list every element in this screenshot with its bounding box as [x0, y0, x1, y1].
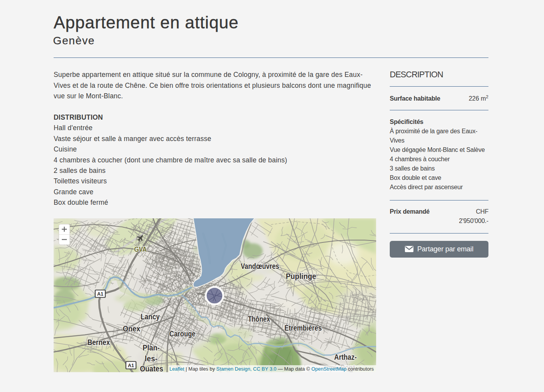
svg-text:Lancy: Lancy [141, 312, 160, 321]
svg-text:Plan-: Plan- [143, 343, 160, 352]
svg-text:Étrembières: Étrembières [284, 323, 322, 332]
svg-text:Vandœuvres: Vandœuvres [241, 261, 279, 270]
svg-text:A1: A1 [128, 363, 134, 368]
svg-text:Leaflet | Map tiles by Stamen: Leaflet | Map tiles by Stamen Design, CC… [169, 366, 374, 372]
svg-text:Arthaz-: Arthaz- [334, 352, 357, 361]
svg-text:Onex: Onex [123, 324, 140, 333]
svg-text:Puplinge: Puplinge [286, 272, 316, 280]
svg-text:Ouates: Ouates [140, 364, 163, 372]
svg-text:Bernex: Bernex [87, 338, 110, 347]
svg-text:Thônex: Thônex [248, 314, 270, 323]
svg-text:GVA: GVA [134, 246, 147, 253]
svg-text:A1: A1 [97, 291, 103, 297]
svg-text:les-: les- [145, 354, 158, 363]
svg-text:Carouge: Carouge [169, 329, 195, 338]
